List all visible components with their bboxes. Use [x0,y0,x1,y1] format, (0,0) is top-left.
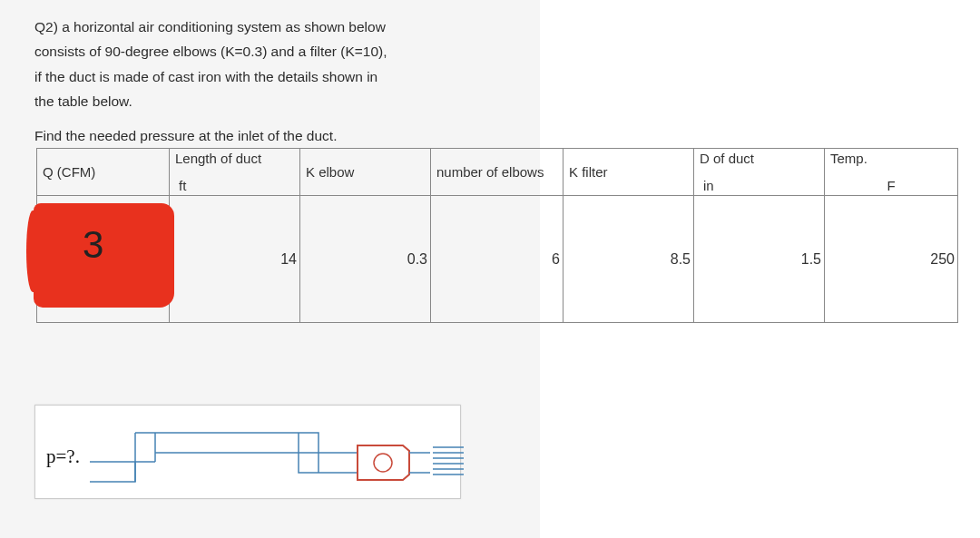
header-dduct-unit: in [700,178,818,193]
header-temp-label: Temp. [830,151,952,166]
cell-kfilter: 8.5 [564,196,694,323]
svg-point-0 [374,454,392,472]
header-q: Q (CFM) [37,149,170,196]
cell-q-value: 3 [83,223,103,267]
header-dduct: D of duct in [694,149,825,196]
question-content: Q2) a horizontal air conditioning system… [0,0,980,323]
duct-schematic [90,426,453,489]
find-instruction: Find the needed pressure at the inlet of… [34,128,980,144]
header-q-label: Q (CFM) [43,164,95,180]
data-table: Q (CFM) Length of duct ft K elbow number… [36,148,958,323]
header-kelbow: K elbow [300,149,431,196]
header-temp: Temp. F [825,149,958,196]
question-line-3: if the duct is made of cast iron with th… [34,66,980,87]
redaction-mark [34,203,174,308]
cell-temp: 250 [825,196,958,323]
header-dduct-label: D of duct [700,151,818,166]
header-length-label: Length of duct [175,151,294,166]
table-data-row: 3 14 0.3 6 8.5 1.5 250 [37,196,958,323]
header-nelbows: number of elbows [431,149,564,196]
cell-nelbows: 6 [431,196,564,323]
table-header-row: Q (CFM) Length of duct ft K elbow number… [37,149,958,196]
header-kfilter-label: K filter [569,164,608,180]
header-temp-unit: F [830,178,952,193]
question-line-2: consists of 90-degree elbows (K=0.3) and… [34,41,980,62]
duct-svg [90,426,453,489]
data-table-wrapper: Q (CFM) Length of duct ft K elbow number… [36,148,980,323]
question-line-4: the table below. [34,91,980,112]
header-length-unit: ft [175,178,294,193]
header-kelbow-label: K elbow [306,164,354,180]
duct-diagram: p=?. [34,405,461,499]
cell-length: 14 [170,196,300,323]
cell-dduct: 1.5 [694,196,825,323]
cell-q: 3 [37,196,170,323]
header-kfilter: K filter [564,149,694,196]
pressure-label: p=?. [46,445,80,468]
header-nelbows-label: number of elbows [436,164,544,180]
cell-kelbow: 0.3 [300,196,431,323]
question-line-1: Q2) a horizontal air conditioning system… [34,16,980,37]
header-length: Length of duct ft [170,149,300,196]
